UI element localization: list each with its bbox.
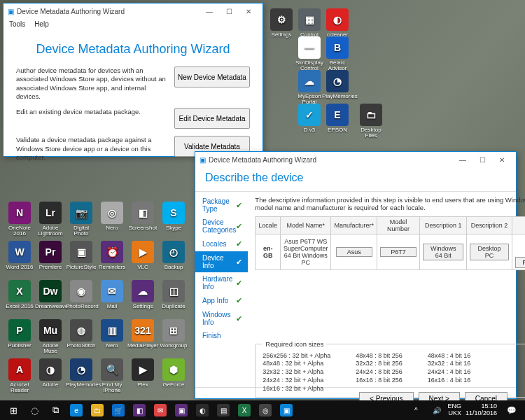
th-model-number[interactable]: Model Number: [377, 216, 419, 234]
desktop-icon[interactable]: ◎Nero: [97, 202, 127, 231]
tray-icon[interactable]: ^: [405, 402, 426, 419]
notifications-icon[interactable]: 💬: [501, 402, 522, 419]
desktop-icon[interactable]: ☁MyEpson Portal: [294, 70, 325, 105]
menu-tools[interactable]: Tools: [9, 20, 25, 28]
taskbar-app[interactable]: e: [66, 402, 87, 419]
desktop-icon[interactable]: LrAdobe Lightroom: [35, 202, 66, 237]
start-button[interactable]: ⊞: [3, 402, 24, 419]
desktop-icon[interactable]: AAcrobat Reader: [4, 358, 35, 393]
cell-desc1[interactable]: Windows 64 Bit: [423, 244, 464, 260]
desktop-icon[interactable]: ☁Settings: [127, 280, 158, 309]
table-row[interactable]: en-GB Asus P6T7 WS SuperComputer 64 Bit …: [255, 234, 525, 270]
desktop-icon[interactable]: EEPSON: [322, 104, 353, 133]
desktop-icon[interactable]: PPublisher: [4, 319, 35, 349]
desktop-icon[interactable]: ⊞Workgroup: [158, 319, 189, 349]
th-icon[interactable]: Icon: [512, 216, 525, 234]
window-title: Device Metadata Authoring Wizard: [209, 156, 316, 164]
edit-device-metadata-button[interactable]: Edit Device Metadata: [174, 108, 250, 129]
desktop-icon[interactable]: ▶VLC: [127, 241, 158, 270]
desktop-icon[interactable]: ⬢GeForce: [158, 358, 189, 388]
taskbar-app[interactable]: 🛒: [108, 402, 129, 419]
sidebar-item[interactable]: Device Info✔: [195, 251, 248, 272]
desktop-icon[interactable]: DwDreamweaver: [35, 280, 66, 309]
desktop-icon[interactable]: ◍PhotoStitch: [66, 319, 97, 349]
taskbar[interactable]: ⊞ ◌ ⧉ e 🗀 🛒 ◧ ✉ ▣ ◐ ▤ X ◎ ▣ ^ 🔊 ENG UKX …: [0, 400, 525, 420]
desktop-icon[interactable]: SSkype: [158, 202, 189, 231]
desktop-icon[interactable]: 321MediaPlayer: [127, 319, 158, 349]
desktop-icon[interactable]: WWord 2016: [4, 241, 35, 270]
minimize-button[interactable]: —: [200, 5, 219, 18]
icon-size-entry: 16x16 : 4 bit 16: [428, 377, 471, 385]
minimize-button[interactable]: —: [453, 153, 472, 166]
taskbar-app[interactable]: ▣: [171, 402, 192, 419]
sidebar-item[interactable]: Hardware Info✔: [195, 272, 248, 293]
task-view-icon[interactable]: ⧉: [45, 402, 66, 419]
desktop-icon[interactable]: MuAdobe Muse: [35, 319, 66, 354]
th-model[interactable]: Model Name*: [280, 216, 331, 234]
desktop-icon[interactable]: ◔PlayMemories: [322, 70, 353, 99]
sidebar-item[interactable]: Device Categories✔: [195, 216, 248, 237]
sidebar-item[interactable]: Locales✔: [195, 237, 248, 251]
close-button[interactable]: ✕: [239, 5, 258, 18]
desktop-icon[interactable]: 📷Digital Photo: [66, 202, 97, 237]
maximize-button[interactable]: ☐: [219, 5, 239, 18]
desktop-icon[interactable]: ⏰Reminders: [97, 241, 127, 270]
taskbar-app[interactable]: 🗀: [87, 402, 108, 419]
cell-model[interactable]: Asus P6T7 WS SuperComputer 64 Bit Window…: [280, 234, 331, 270]
desktop-icon[interactable]: BBelarc Advisor: [322, 36, 353, 71]
menu-help[interactable]: Help: [34, 20, 49, 28]
search-icon[interactable]: ◌: [24, 402, 45, 419]
step-description: The descriptive information provided in …: [255, 196, 525, 212]
th-manufacturer[interactable]: Manufacturer*: [331, 216, 377, 234]
desktop-icon[interactable]: ◉PhotoRecord: [66, 280, 97, 309]
tray-icon[interactable]: 🔊: [426, 402, 447, 419]
desktop-icon[interactable]: 🔍Find My iPhone: [97, 358, 127, 393]
desktop-icon[interactable]: ✓D v3: [294, 104, 325, 133]
desktop-icon[interactable]: ◴Backup: [158, 241, 189, 270]
new-metadata-desc: Author device metadata for devices with …: [16, 66, 167, 101]
desktop-icon[interactable]: ◔PlayMemories: [66, 358, 97, 388]
desktop-icon[interactable]: —SimDisplay Control: [294, 36, 325, 71]
desktop-icon[interactable]: ◧Screenshot: [127, 202, 158, 231]
sidebar-item[interactable]: App Info✔: [195, 293, 248, 308]
cell-model-number[interactable]: P6T7: [380, 247, 416, 257]
desktop-icon[interactable]: ▣PictureStyle: [66, 241, 97, 270]
new-device-metadata-button[interactable]: New Device Metadata: [174, 66, 250, 88]
desktop-icon[interactable]: PrPremiere: [35, 241, 66, 270]
th-locale[interactable]: Locale: [255, 216, 281, 234]
desktop-icon[interactable]: ▶Plex: [127, 358, 158, 388]
taskbar-app[interactable]: ◎: [255, 402, 276, 419]
titlebar[interactable]: ▣ Device Metadata Authoring Wizard — ☐ ✕: [4, 4, 262, 19]
th-desc2[interactable]: Description 2: [467, 216, 512, 234]
taskbar-app[interactable]: ◧: [129, 402, 150, 419]
taskbar-app[interactable]: ▤: [213, 402, 234, 419]
sidebar-item[interactable]: Finish: [195, 329, 248, 342]
tray-lang[interactable]: ENG UKX: [447, 403, 465, 417]
remove-button[interactable]: Remove: [515, 257, 526, 268]
desktop-icon[interactable]: XExcel 2016: [4, 280, 35, 309]
desktop-icon[interactable]: ▥Nero: [97, 319, 127, 349]
taskbar-app[interactable]: X: [234, 402, 255, 419]
device-table: Locale Model Name* Manufacturer* Model N…: [255, 216, 525, 270]
taskbar-app[interactable]: ▣: [276, 402, 297, 419]
taskbar-app[interactable]: ✉: [150, 402, 171, 419]
sidebar-item[interactable]: Windows Info✔: [195, 308, 248, 329]
sidebar-item[interactable]: Package Type✔: [195, 195, 248, 216]
desktop-icon[interactable]: ◑Adobe: [35, 358, 66, 388]
tray-clock[interactable]: 15:10 11/10/2016: [465, 403, 501, 417]
desktop-icon[interactable]: ◐ccleaner: [322, 8, 353, 38]
taskbar-app[interactable]: ◐: [192, 402, 213, 419]
desktop-icon[interactable]: ⚙Settings: [266, 8, 297, 38]
desktop-icon[interactable]: ✉Mail: [97, 280, 127, 309]
titlebar[interactable]: ▣ Device Metadata Authoring Wizard — ☐ ✕: [195, 152, 516, 167]
icon-label: Acrobat Reader: [4, 382, 35, 393]
maximize-button[interactable]: ☐: [472, 153, 492, 166]
icon-label: D v3: [294, 127, 325, 133]
desktop-icon[interactable]: ◫Duplicate: [158, 280, 189, 309]
desktop-icon[interactable]: NOneNote 2016: [4, 202, 35, 237]
desktop-icon[interactable]: 🗀Desktop Files: [356, 104, 386, 139]
cell-desc2[interactable]: Desktop PC: [470, 244, 508, 260]
th-desc1[interactable]: Description 1: [419, 216, 467, 234]
cell-manufacturer[interactable]: Asus: [336, 247, 372, 257]
close-button[interactable]: ✕: [492, 153, 512, 166]
